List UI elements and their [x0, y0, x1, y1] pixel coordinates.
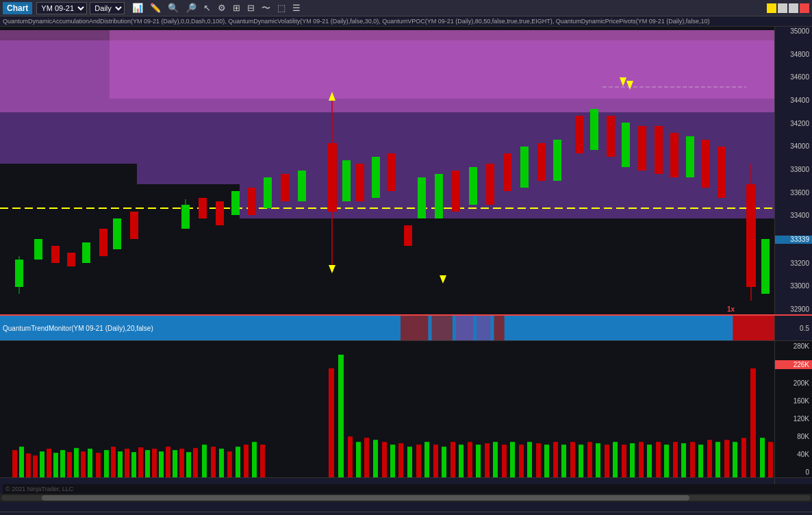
svg-rect-59	[686, 136, 694, 177]
svg-rect-160	[750, 368, 756, 477]
svg-rect-73	[494, 316, 505, 340]
svg-rect-159	[741, 438, 746, 477]
cursor-icon[interactable]: ↖	[201, 2, 213, 14]
svg-rect-84	[67, 452, 72, 477]
window-close-btn[interactable]	[800, 3, 809, 13]
chart-title: Chart	[3, 2, 32, 14]
svg-rect-144	[613, 442, 618, 477]
svg-rect-98	[166, 447, 170, 477]
svg-rect-147	[639, 442, 644, 477]
price-35000: 35000	[775, 28, 812, 35]
svg-rect-154	[698, 444, 703, 477]
vol-highlight: 226K	[775, 360, 812, 369]
volume-main[interactable]: Volume up down(YM 09-21 (Daily))	[0, 341, 774, 477]
vol-80k: 80K	[775, 433, 812, 440]
svg-rect-127	[468, 442, 472, 477]
svg-rect-62	[746, 184, 756, 287]
magnify-icon[interactable]: 🔍	[166, 2, 181, 14]
svg-rect-119	[398, 443, 403, 477]
svg-rect-19	[99, 229, 107, 256]
zoom-out-icon[interactable]: 🔎	[183, 2, 199, 14]
svg-rect-111	[329, 368, 334, 477]
svg-rect-61	[718, 147, 726, 198]
price-highlight: 33339	[775, 236, 812, 244]
svg-rect-44	[469, 167, 477, 205]
window-max-btn[interactable]	[789, 3, 798, 13]
grid-icon[interactable]: ⊞	[231, 2, 242, 14]
svg-rect-129	[485, 443, 490, 477]
trend-price-axis: 0.5	[774, 316, 812, 340]
svg-rect-155	[707, 440, 712, 477]
svg-rect-153	[690, 442, 695, 477]
svg-rect-86	[81, 451, 86, 477]
svg-rect-15	[34, 239, 42, 260]
window-min-btn[interactable]	[778, 3, 787, 13]
window-yellow-btn[interactable]	[767, 3, 776, 13]
volume-svg	[0, 341, 774, 477]
wave-icon[interactable]: 〜	[259, 1, 272, 15]
svg-rect-100	[179, 449, 184, 477]
svg-rect-31	[327, 143, 337, 212]
vpoc-label: 1x	[727, 305, 735, 313]
svg-rect-55	[622, 123, 630, 167]
svg-rect-29	[281, 174, 289, 201]
svg-rect-10	[110, 30, 774, 99]
svg-rect-47	[520, 147, 529, 188]
svg-rect-5	[240, 218, 308, 287]
svg-rect-28	[264, 177, 272, 208]
svg-rect-112	[338, 355, 344, 477]
svg-rect-43	[452, 171, 460, 212]
svg-rect-116	[373, 440, 378, 477]
svg-rect-140	[579, 444, 583, 477]
svg-rect-30	[298, 171, 306, 201]
price-32900: 32900	[775, 306, 812, 313]
svg-rect-78	[26, 453, 31, 477]
svg-rect-8	[582, 253, 650, 287]
svg-rect-95	[145, 450, 150, 477]
svg-rect-21	[130, 212, 138, 239]
list-icon[interactable]: ☰	[290, 2, 303, 14]
layout-icon[interactable]: ⊟	[245, 2, 257, 14]
scrollbar-area[interactable]	[0, 494, 812, 502]
svg-rect-7	[445, 246, 582, 287]
chart-main[interactable]: 1x	[0, 27, 774, 314]
vol-0: 0	[775, 468, 812, 476]
svg-rect-161	[760, 438, 765, 477]
export-icon[interactable]: ⬚	[275, 2, 288, 14]
scrollbar-track[interactable]	[1, 495, 811, 501]
svg-rect-60	[702, 140, 710, 188]
bar-chart-icon[interactable]: 📊	[130, 2, 145, 14]
svg-rect-87	[88, 449, 92, 477]
svg-rect-158	[733, 442, 737, 477]
svg-rect-118	[390, 444, 395, 477]
svg-rect-136	[544, 444, 549, 477]
scrollbar-thumb[interactable]	[42, 495, 689, 501]
svg-rect-70	[432, 316, 453, 340]
svg-rect-101	[186, 452, 191, 477]
titlebar: Chart YM 09-21 Daily 📊 ✏️ 🔍 🔎 ↖ ⚙ ⊞ ⊟ 〜 …	[0, 0, 812, 16]
symbol-selector[interactable]: YM 09-21	[36, 2, 87, 14]
svg-rect-54	[607, 116, 615, 157]
timeframe-selector[interactable]: Daily	[90, 2, 125, 14]
svg-rect-22	[181, 205, 190, 229]
price-34200: 34200	[775, 121, 812, 127]
copyright: © 2021 NinjaTrader, LLC	[3, 484, 812, 494]
svg-rect-108	[244, 444, 249, 477]
svg-rect-24	[199, 198, 207, 218]
pencil-icon[interactable]: ✏️	[148, 2, 163, 14]
svg-rect-113	[348, 436, 353, 477]
svg-rect-148	[647, 444, 652, 477]
vol-120k: 120K	[775, 415, 812, 423]
svg-rect-139	[570, 442, 575, 477]
chart-svg	[0, 27, 774, 314]
svg-rect-122	[424, 442, 429, 477]
svg-rect-42	[435, 174, 443, 218]
svg-rect-80	[40, 451, 45, 477]
svg-rect-49	[553, 140, 561, 181]
properties-icon[interactable]: ⚙	[216, 2, 228, 14]
toolbar: 📊 ✏️ 🔍 🔎 ↖ ⚙ ⊞ ⊟ 〜 ⬚ ☰	[130, 1, 303, 15]
indicator-label: QuantumDynamicAccumulationAndDistributio…	[0, 16, 812, 27]
svg-rect-135	[536, 443, 541, 477]
svg-rect-109	[252, 442, 257, 477]
svg-rect-71	[456, 316, 473, 340]
